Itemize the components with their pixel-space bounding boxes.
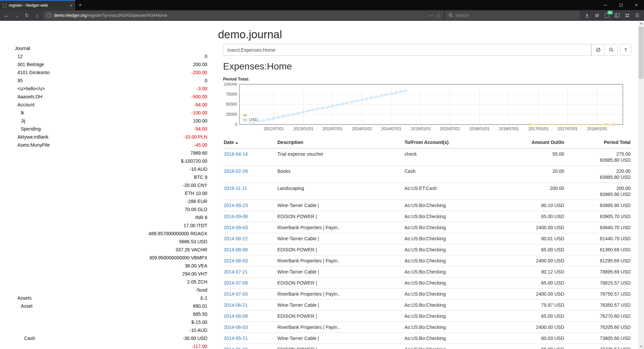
sidebar-account-row: Asset890.01 <box>15 302 207 310</box>
account-label-empty <box>15 254 17 262</box>
clear-query-button[interactable] <box>591 44 605 56</box>
page-actions-icon[interactable]: ⋯ <box>429 13 433 18</box>
browser-search-placeholder: Search <box>455 13 469 18</box>
query-input[interactable] <box>223 44 591 56</box>
account-link[interactable]: Aktywa:mBank <box>15 133 49 141</box>
sidebar-account-row: Aaasets:DH-500.00 <box>15 93 207 101</box>
forward-button[interactable]: → <box>12 11 21 20</box>
menu-button[interactable]: ☰ <box>633 11 642 20</box>
account-link[interactable]: Asset <box>15 302 33 310</box>
account-link[interactable]: Asets:MunyPile <box>15 141 50 149</box>
account-link[interactable]: Account <box>15 101 35 109</box>
account-link[interactable]: 301 Beiträge <box>15 60 44 68</box>
transaction-date-link[interactable]: 2014-09-23 <box>224 203 248 208</box>
account-balance: -117.00 <box>192 342 207 349</box>
site-info-icon[interactable]: i <box>47 13 51 18</box>
transaction-account: As:US:Bo:Checking <box>404 289 501 300</box>
browser-search-bar[interactable]: Search <box>445 11 580 20</box>
sidebar-account-row: Jij100.00 <box>15 117 207 125</box>
transaction-date-link[interactable]: 2014-07-03 <box>224 291 248 297</box>
transaction-date-link[interactable]: 2014-06-21 <box>224 302 248 308</box>
period-total: 83840.70 USD <box>565 222 631 233</box>
scroll-down-icon[interactable]: ▼ <box>638 344 644 349</box>
transaction-date-link[interactable]: 2014-08-08 <box>224 247 248 252</box>
period-total: 78750.57 USD <box>565 289 631 300</box>
transaction-date-link[interactable]: 2018-04-14 <box>224 151 248 157</box>
account-link[interactable]: Jij <box>15 117 25 125</box>
sidebar-account-row: INR 8 <box>15 213 207 221</box>
transaction-date-link[interactable]: 2014-07-09 <box>224 280 248 286</box>
account-link[interactable]: Assets <box>15 294 32 302</box>
submit-search-button[interactable] <box>604 44 618 56</box>
sidebar-toggle-button[interactable] <box>612 11 622 20</box>
sidebar-account-row: 7989.60 <box>15 149 207 157</box>
period-total: 83985.80 USD <box>565 200 631 211</box>
bookmark-star-icon[interactable]: ☆ <box>436 13 440 18</box>
sidebar-account-row: Spending-94.00 <box>15 125 207 133</box>
transaction-amount: 79.97 USD <box>501 300 565 311</box>
transaction-date-link[interactable]: 2014-05-08 <box>224 347 248 349</box>
account-link[interactable]: 4101 Girokonto <box>15 68 50 77</box>
account-balance: -10 AUD <box>190 165 207 173</box>
journal-link[interactable]: Journal <box>15 44 30 52</box>
account-link[interactable]: Cash <box>15 334 35 342</box>
transaction-date-link[interactable]: 2014-05-21 <box>224 336 248 341</box>
account-balance: 200.00 <box>193 60 207 68</box>
account-link[interactable]: Aaasets:DH <box>15 93 43 101</box>
transaction-amount: 65.00 USD <box>501 311 565 322</box>
home-button[interactable]: ⌂ <box>32 11 42 20</box>
window-maximize-button[interactable] <box>613 0 629 10</box>
transaction-date-link[interactable]: 2014-07-21 <box>224 269 248 275</box>
transaction-date-link[interactable]: 2014-09-03 <box>224 225 248 230</box>
url-domain: demo.hledger.org <box>54 13 87 18</box>
tab-close-icon[interactable]: × <box>70 3 72 8</box>
back-button[interactable]: ← <box>2 11 11 20</box>
browser-tab[interactable]: register - hledger-web × <box>0 0 75 10</box>
new-tab-button[interactable]: + <box>75 0 85 10</box>
transaction-date-link[interactable]: 2016-11-11 <box>224 186 247 191</box>
svg-text:2012/07/01: 2012/07/01 <box>264 127 284 131</box>
extension-button[interactable]: 61 <box>602 11 612 20</box>
window-close-button[interactable]: × <box>629 0 644 10</box>
account-label-empty <box>15 221 17 230</box>
account-link[interactable]: 12 <box>15 52 23 60</box>
account-balance: 5686.53 USD <box>179 238 207 246</box>
transaction-account: As:US:Bo:Checking <box>404 322 501 333</box>
sort-caret-up-icon <box>235 142 238 144</box>
register-row: 2014-06-03RiverBank Properties | Payin..… <box>223 322 631 333</box>
sidebar-account-row: 489.957000000000 RGAGX <box>15 230 207 238</box>
transaction-account: check <box>404 148 501 166</box>
scroll-up-icon[interactable]: ▲ <box>638 21 644 26</box>
url-bar[interactable]: i demo.hledger.org/register?q=inacct%3AE… <box>44 11 443 20</box>
account-link[interactable]: Spending <box>15 125 41 133</box>
account-link[interactable]: <u>hello</u> <box>15 85 45 93</box>
transaction-date-link[interactable]: 2014-09-08 <box>224 214 248 219</box>
transaction-date-link[interactable]: 2014-08-22 <box>224 236 248 241</box>
svg-text:2017/07/01: 2017/07/01 <box>557 127 578 131</box>
account-label-empty <box>15 213 17 221</box>
svg-text:25000: 25000 <box>226 112 237 117</box>
account-link[interactable]: 95 <box>15 77 23 85</box>
period-total: 83905.70 USD <box>565 211 631 222</box>
transaction-description: EDISON POWER | <box>277 278 404 289</box>
window-minimize-button[interactable] <box>598 0 613 10</box>
transaction-date-link[interactable]: 2018-02-28 <box>224 168 248 174</box>
downloads-button[interactable] <box>582 11 592 20</box>
column-header-date[interactable]: Date <box>223 137 277 148</box>
vertical-scrollbar[interactable]: ▲ ▼ <box>638 21 644 349</box>
account-link[interactable]: lk <box>15 109 24 117</box>
svg-text:50000: 50000 <box>226 102 237 107</box>
sidebar-account-row: 4101 Girokonto-200.00 <box>15 68 207 77</box>
account-balance: -5usd <box>196 286 207 294</box>
reload-button[interactable]: ↻ <box>22 11 32 20</box>
library-button[interactable] <box>592 11 602 20</box>
account-balance: INR 8 <box>195 213 207 221</box>
transaction-date-link[interactable]: 2014-08-03 <box>224 258 248 263</box>
help-button[interactable]: ? <box>620 44 631 56</box>
scrollbar-thumb[interactable] <box>639 27 644 79</box>
transaction-description: EDISON POWER | <box>277 244 404 255</box>
transaction-date-link[interactable]: 2014-06-09 <box>224 313 248 319</box>
transaction-description: Wine-Tarner Cable | <box>277 300 404 311</box>
apps-grid-button[interactable] <box>623 11 632 20</box>
transaction-date-link[interactable]: 2014-06-03 <box>224 325 248 330</box>
